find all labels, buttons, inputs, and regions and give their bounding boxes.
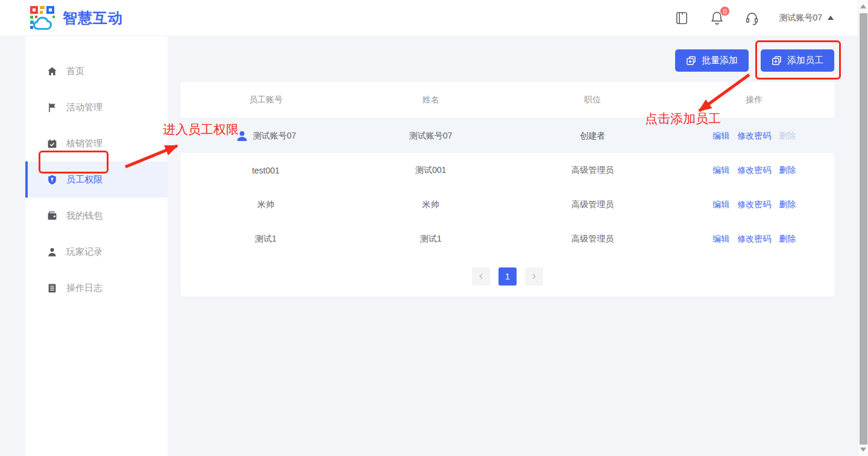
cell-position: 高级管理员 bbox=[511, 165, 674, 176]
prev-page-button[interactable] bbox=[472, 267, 490, 286]
brand-logo-icon bbox=[29, 5, 57, 31]
home-icon bbox=[47, 66, 57, 77]
pagination: 1 bbox=[181, 256, 834, 296]
chevron-up-icon bbox=[828, 16, 834, 20]
sidebar-item-home[interactable]: 首页 bbox=[25, 53, 168, 89]
manual-button[interactable] bbox=[674, 10, 690, 26]
calendar-check-icon bbox=[47, 139, 57, 149]
sidebar-item-wallet[interactable]: 我的钱包 bbox=[25, 198, 168, 234]
employee-table-card: 员工账号 姓名 职位 操作 测试账号07 测试账号07 创建者 编辑 修改密码 bbox=[181, 82, 834, 296]
column-header-position: 职位 bbox=[511, 95, 674, 105]
cell-account: 测试1 bbox=[181, 234, 351, 245]
user-avatar-icon bbox=[236, 130, 248, 142]
next-page-button[interactable] bbox=[525, 267, 543, 286]
edit-link[interactable]: 编辑 bbox=[712, 165, 729, 176]
table-header-row: 员工账号 姓名 职位 操作 bbox=[181, 82, 834, 119]
batch-add-label: 批量添加 bbox=[702, 55, 738, 66]
sidebar-item-employee-permissions[interactable]: 员工权限 bbox=[25, 161, 168, 198]
edit-link[interactable]: 编辑 bbox=[712, 234, 729, 245]
brand-title: 智慧互动 bbox=[63, 8, 123, 28]
cell-account: 米帅 bbox=[181, 199, 351, 210]
main-content: 批量添加 添加员工 员工账号 姓名 职位 操作 bbox=[168, 36, 858, 456]
log-icon bbox=[47, 283, 57, 293]
column-header-account: 员工账号 bbox=[181, 95, 351, 105]
change-password-link[interactable]: 修改密码 bbox=[737, 234, 771, 245]
delete-link[interactable]: 删除 bbox=[779, 199, 796, 210]
delete-link-disabled: 删除 bbox=[779, 131, 796, 142]
user-menu[interactable]: 测试账号07 bbox=[779, 13, 834, 23]
sidebar-item-label: 员工权限 bbox=[66, 174, 102, 186]
edit-link[interactable]: 编辑 bbox=[712, 131, 729, 142]
column-header-actions: 操作 bbox=[674, 95, 834, 105]
sidebar-item-label: 首页 bbox=[66, 66, 84, 77]
sidebar-item-operation-logs[interactable]: 操作日志 bbox=[25, 270, 168, 306]
vertical-scrollbar bbox=[858, 0, 868, 456]
cell-name: 测试账号07 bbox=[351, 131, 511, 142]
table-row: test001 测试001 高级管理员 编辑 修改密码 删除 bbox=[181, 153, 834, 187]
table-row: 测试账号07 测试账号07 创建者 编辑 修改密码 删除 bbox=[181, 119, 834, 153]
delete-link[interactable]: 删除 bbox=[779, 165, 796, 176]
scroll-up-arrow[interactable] bbox=[860, 4, 866, 8]
cell-position: 高级管理员 bbox=[511, 199, 674, 210]
cell-position: 高级管理员 bbox=[511, 234, 674, 245]
change-password-link[interactable]: 修改密码 bbox=[737, 199, 771, 210]
sidebar-item-label: 操作日志 bbox=[66, 283, 102, 294]
add-employee-button[interactable]: 添加员工 bbox=[761, 49, 834, 72]
sidebar-item-player-records[interactable]: 玩家记录 bbox=[25, 234, 168, 270]
flag-icon bbox=[47, 102, 57, 113]
support-button[interactable] bbox=[744, 10, 760, 26]
cell-name: 米帅 bbox=[351, 199, 511, 210]
scroll-down-arrow[interactable] bbox=[860, 448, 866, 452]
sidebar-gutter bbox=[0, 36, 25, 456]
sidebar-item-label: 玩家记录 bbox=[66, 246, 102, 258]
cell-account: test001 bbox=[181, 166, 351, 175]
cell-account: 测试账号07 bbox=[253, 131, 297, 142]
add-employee-label: 添加员工 bbox=[787, 55, 823, 66]
edit-link[interactable]: 编辑 bbox=[712, 199, 729, 210]
column-header-name: 姓名 bbox=[351, 95, 511, 105]
user-name: 测试账号07 bbox=[779, 13, 822, 23]
copy-plus-icon bbox=[686, 55, 696, 66]
change-password-link[interactable]: 修改密码 bbox=[737, 165, 771, 176]
table-row: 米帅 米帅 高级管理员 编辑 修改密码 删除 bbox=[181, 187, 834, 222]
cell-name: 测试001 bbox=[351, 165, 511, 176]
scrollbar-thumb[interactable] bbox=[860, 13, 867, 445]
top-bar: 智慧互动 0 bbox=[0, 0, 858, 36]
sidebar-item-label: 我的钱包 bbox=[66, 210, 102, 222]
brand[interactable]: 智慧互动 bbox=[29, 5, 123, 31]
shield-icon bbox=[47, 175, 57, 185]
wallet-icon bbox=[47, 211, 57, 221]
book-icon bbox=[675, 11, 689, 25]
page-number-button[interactable]: 1 bbox=[498, 267, 517, 286]
delete-link[interactable]: 删除 bbox=[779, 234, 796, 245]
table-row: 测试1 测试1 高级管理员 编辑 修改密码 删除 bbox=[181, 222, 834, 256]
headset-icon bbox=[744, 10, 760, 25]
sidebar-item-label: 核销管理 bbox=[66, 138, 102, 149]
change-password-link[interactable]: 修改密码 bbox=[737, 131, 771, 142]
sidebar-item-label: 活动管理 bbox=[66, 102, 102, 113]
copy-plus-icon bbox=[772, 55, 782, 66]
cell-name: 测试1 bbox=[351, 234, 511, 245]
cell-position: 创建者 bbox=[511, 131, 674, 142]
notifications-button[interactable]: 0 bbox=[709, 10, 725, 26]
batch-add-button[interactable]: 批量添加 bbox=[675, 49, 749, 72]
sidebar-item-verification[interactable]: 核销管理 bbox=[25, 125, 168, 161]
person-icon bbox=[47, 247, 57, 257]
sidebar-item-activities[interactable]: 活动管理 bbox=[25, 89, 168, 125]
notification-badge: 0 bbox=[720, 6, 730, 16]
sidebar: 首页 活动管理 核销管理 员工权限 bbox=[25, 36, 168, 456]
